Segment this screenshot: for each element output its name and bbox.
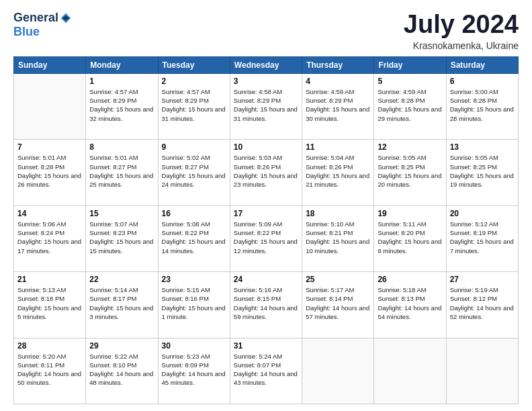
day-number: 14: [17, 209, 82, 218]
day-number: 2: [162, 77, 226, 86]
calendar-cell: 21Sunrise: 5:13 AMSunset: 8:18 PMDayligh…: [14, 272, 86, 338]
weekday-header: Sunday: [14, 56, 86, 73]
calendar: SundayMondayTuesdayWednesdayThursdayFrid…: [13, 56, 519, 404]
calendar-cell: [446, 338, 518, 404]
day-number: 5: [378, 77, 442, 86]
day-number: 29: [89, 341, 154, 351]
calendar-cell: 10Sunrise: 5:03 AMSunset: 8:26 PMDayligh…: [230, 140, 302, 205]
day-number: 15: [89, 209, 154, 218]
calendar-cell: 24Sunrise: 5:16 AMSunset: 8:15 PMDayligh…: [230, 272, 302, 338]
logo-general-text: General: [13, 11, 58, 25]
calendar-cell: 13Sunrise: 5:05 AMSunset: 8:25 PMDayligh…: [446, 140, 518, 205]
day-info: Sunrise: 5:04 AMSunset: 8:26 PMDaylight:…: [306, 153, 370, 189]
weekday-header: Friday: [374, 56, 446, 73]
calendar-cell: 15Sunrise: 5:07 AMSunset: 8:23 PMDayligh…: [86, 205, 158, 271]
day-number: 17: [234, 209, 298, 218]
calendar-cell: 16Sunrise: 5:08 AMSunset: 8:22 PMDayligh…: [158, 205, 230, 271]
day-number: 12: [378, 142, 442, 152]
day-info: Sunrise: 5:19 AMSunset: 8:12 PMDaylight:…: [450, 285, 515, 321]
calendar-cell: [302, 338, 374, 404]
weekday-header: Saturday: [446, 56, 518, 73]
weekday-header: Thursday: [302, 56, 374, 73]
day-number: 16: [162, 209, 226, 218]
calendar-cell: 25Sunrise: 5:17 AMSunset: 8:14 PMDayligh…: [302, 272, 374, 338]
month-title: July 2024: [404, 11, 519, 39]
day-number: 22: [89, 275, 154, 284]
calendar-cell: 4Sunrise: 4:59 AMSunset: 8:29 PMDaylight…: [302, 73, 374, 139]
calendar-cell: 27Sunrise: 5:19 AMSunset: 8:12 PMDayligh…: [446, 272, 518, 338]
calendar-week-row: 28Sunrise: 5:20 AMSunset: 8:11 PMDayligh…: [14, 338, 519, 404]
calendar-cell: 31Sunrise: 5:24 AMSunset: 8:07 PMDayligh…: [230, 338, 302, 404]
calendar-cell: [374, 338, 446, 404]
calendar-week-row: 14Sunrise: 5:06 AMSunset: 8:24 PMDayligh…: [14, 205, 519, 271]
day-info: Sunrise: 5:20 AMSunset: 8:11 PMDaylight:…: [17, 352, 82, 387]
logo: General Blue: [13, 11, 72, 39]
day-info: Sunrise: 5:14 AMSunset: 8:17 PMDaylight:…: [89, 285, 154, 321]
day-number: 30: [162, 341, 226, 351]
day-number: 11: [306, 142, 370, 152]
day-number: 18: [306, 209, 370, 218]
day-info: Sunrise: 5:18 AMSunset: 8:13 PMDaylight:…: [378, 285, 442, 321]
day-info: Sunrise: 5:02 AMSunset: 8:27 PMDaylight:…: [162, 153, 226, 189]
day-info: Sunrise: 5:17 AMSunset: 8:14 PMDaylight:…: [306, 285, 370, 321]
calendar-week-row: 1Sunrise: 4:57 AMSunset: 8:29 PMDaylight…: [14, 73, 519, 139]
weekday-header: Wednesday: [230, 56, 302, 73]
day-info: Sunrise: 5:15 AMSunset: 8:16 PMDaylight:…: [162, 285, 226, 321]
day-info: Sunrise: 5:22 AMSunset: 8:10 PMDaylight:…: [89, 352, 154, 387]
calendar-cell: 8Sunrise: 5:01 AMSunset: 8:27 PMDaylight…: [86, 140, 158, 205]
day-number: 8: [89, 142, 154, 152]
calendar-cell: 18Sunrise: 5:10 AMSunset: 8:21 PMDayligh…: [302, 205, 374, 271]
day-number: 3: [234, 77, 298, 86]
calendar-cell: 20Sunrise: 5:12 AMSunset: 8:19 PMDayligh…: [446, 205, 518, 271]
day-info: Sunrise: 5:01 AMSunset: 8:28 PMDaylight:…: [17, 153, 82, 189]
day-info: Sunrise: 5:16 AMSunset: 8:15 PMDaylight:…: [234, 285, 298, 321]
calendar-cell: 29Sunrise: 5:22 AMSunset: 8:10 PMDayligh…: [86, 338, 158, 404]
calendar-cell: 7Sunrise: 5:01 AMSunset: 8:28 PMDaylight…: [14, 140, 86, 205]
day-info: Sunrise: 4:59 AMSunset: 8:29 PMDaylight:…: [306, 87, 370, 123]
day-number: 10: [234, 142, 298, 152]
weekday-header: Tuesday: [158, 56, 230, 73]
day-number: 28: [17, 341, 82, 351]
day-info: Sunrise: 5:24 AMSunset: 8:07 PMDaylight:…: [234, 352, 298, 387]
day-info: Sunrise: 4:57 AMSunset: 8:29 PMDaylight:…: [162, 87, 226, 123]
calendar-cell: 14Sunrise: 5:06 AMSunset: 8:24 PMDayligh…: [14, 205, 86, 271]
day-info: Sunrise: 4:57 AMSunset: 8:29 PMDaylight:…: [89, 87, 154, 123]
day-number: 6: [450, 77, 515, 86]
calendar-cell: 19Sunrise: 5:11 AMSunset: 8:20 PMDayligh…: [374, 205, 446, 271]
header: General Blue July 2024 Krasnokamenka, Uk…: [13, 11, 519, 51]
calendar-cell: 30Sunrise: 5:23 AMSunset: 8:09 PMDayligh…: [158, 338, 230, 404]
weekday-header: Monday: [86, 56, 158, 73]
calendar-cell: 23Sunrise: 5:15 AMSunset: 8:16 PMDayligh…: [158, 272, 230, 338]
calendar-cell: 28Sunrise: 5:20 AMSunset: 8:11 PMDayligh…: [14, 338, 86, 404]
day-info: Sunrise: 5:05 AMSunset: 8:25 PMDaylight:…: [378, 153, 442, 189]
day-number: 31: [234, 341, 298, 351]
weekday-header-row: SundayMondayTuesdayWednesdayThursdayFrid…: [14, 56, 519, 73]
calendar-cell: 2Sunrise: 4:57 AMSunset: 8:29 PMDaylight…: [158, 73, 230, 139]
day-number: 24: [234, 275, 298, 284]
day-info: Sunrise: 5:07 AMSunset: 8:23 PMDaylight:…: [89, 220, 154, 255]
day-info: Sunrise: 4:58 AMSunset: 8:29 PMDaylight:…: [234, 87, 298, 123]
calendar-cell: 5Sunrise: 4:59 AMSunset: 8:28 PMDaylight…: [374, 73, 446, 139]
day-info: Sunrise: 5:05 AMSunset: 8:25 PMDaylight:…: [450, 153, 515, 189]
day-number: 13: [450, 142, 515, 152]
logo-blue-text: Blue: [13, 25, 40, 39]
day-number: 21: [17, 275, 82, 284]
calendar-week-row: 7Sunrise: 5:01 AMSunset: 8:28 PMDaylight…: [14, 140, 519, 205]
day-info: Sunrise: 5:10 AMSunset: 8:21 PMDaylight:…: [306, 220, 370, 255]
calendar-cell: 22Sunrise: 5:14 AMSunset: 8:17 PMDayligh…: [86, 272, 158, 338]
calendar-cell: 9Sunrise: 5:02 AMSunset: 8:27 PMDaylight…: [158, 140, 230, 205]
day-info: Sunrise: 5:03 AMSunset: 8:26 PMDaylight:…: [234, 153, 298, 189]
day-info: Sunrise: 5:09 AMSunset: 8:22 PMDaylight:…: [234, 220, 298, 255]
day-info: Sunrise: 5:23 AMSunset: 8:09 PMDaylight:…: [162, 352, 226, 387]
page: General Blue July 2024 Krasnokamenka, Uk…: [0, 0, 532, 411]
day-number: 1: [89, 77, 154, 86]
title-area: July 2024 Krasnokamenka, Ukraine: [404, 11, 519, 51]
calendar-cell: 12Sunrise: 5:05 AMSunset: 8:25 PMDayligh…: [374, 140, 446, 205]
day-info: Sunrise: 5:13 AMSunset: 8:18 PMDaylight:…: [17, 285, 82, 321]
day-info: Sunrise: 5:01 AMSunset: 8:27 PMDaylight:…: [89, 153, 154, 189]
day-number: 9: [162, 142, 226, 152]
calendar-week-row: 21Sunrise: 5:13 AMSunset: 8:18 PMDayligh…: [14, 272, 519, 338]
day-number: 25: [306, 275, 370, 284]
day-info: Sunrise: 5:06 AMSunset: 8:24 PMDaylight:…: [17, 220, 82, 255]
day-number: 4: [306, 77, 370, 86]
